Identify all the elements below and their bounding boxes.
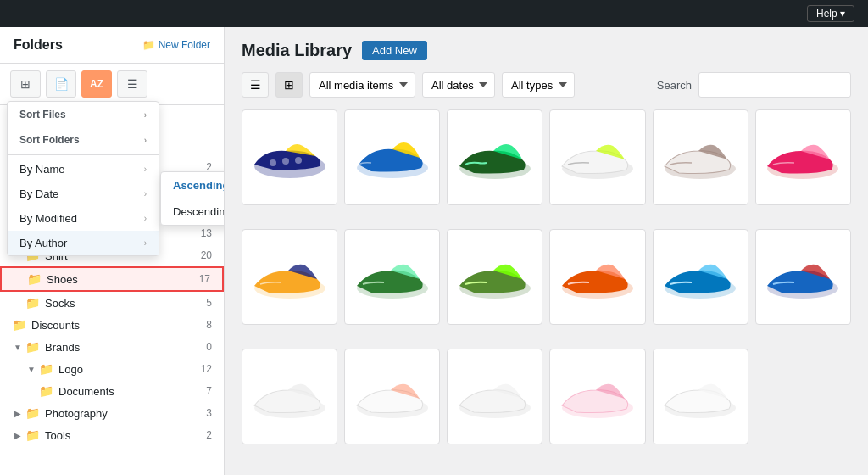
help-label: Help ▾ — [816, 8, 845, 20]
photography-count: 3 — [206, 407, 212, 419]
tools-icon: 📁 — [25, 428, 40, 442]
app-container: Help ▾ Folders 📁 New Folder ⊞ 📄 A — [0, 0, 868, 475]
list-view-button[interactable]: ☰ — [242, 72, 269, 98]
more-icon: ☰ — [127, 77, 138, 91]
sort-files-label: Sort Files — [19, 109, 66, 120]
media-item[interactable] — [653, 109, 748, 205]
by-name-chevron: › — [144, 165, 147, 174]
media-item[interactable] — [447, 349, 542, 444]
help-button[interactable]: Help ▾ — [807, 5, 854, 22]
sidebar-item-logo[interactable]: ▼ 📁 Logo 12 — [0, 358, 224, 380]
photography-label: Photography — [45, 407, 108, 420]
by-author-option[interactable]: By Author › — [8, 231, 159, 255]
media-item[interactable] — [344, 109, 440, 205]
add-new-button[interactable]: Add New — [362, 41, 427, 60]
socks-icon: 📁 — [25, 296, 40, 310]
by-modified-label: By Modified — [19, 212, 77, 225]
by-date-option[interactable]: By Date › — [8, 182, 159, 206]
discounts-icon: 📁 — [12, 318, 26, 332]
descending-option[interactable]: Descending — [161, 198, 225, 225]
grid-view-icon: ⊞ — [284, 78, 294, 92]
photography-icon: 📁 — [25, 406, 40, 420]
type-filter[interactable]: All types — [502, 72, 575, 98]
brands-label: Brands — [45, 341, 80, 354]
shoes-icon: 📁 — [27, 272, 42, 286]
date-filter[interactable]: All dates — [422, 72, 495, 98]
brands-toggle[interactable]: ▼ — [12, 341, 24, 353]
by-modified-chevron: › — [144, 214, 147, 223]
media-item[interactable] — [447, 109, 542, 205]
socks-count: 5 — [206, 297, 212, 309]
copy-button[interactable]: ⊞ — [10, 70, 41, 98]
sort-folders-option[interactable]: Sort Folders › — [8, 127, 159, 153]
shirt-count: 20 — [201, 249, 212, 261]
sort-button[interactable]: AZ — [81, 70, 112, 98]
media-item[interactable] — [447, 229, 542, 325]
media-item[interactable] — [755, 109, 851, 205]
media-item[interactable] — [755, 229, 851, 325]
media-item[interactable] — [242, 109, 337, 205]
content-area: Media Library Add New ☰ ⊞ All media item… — [225, 27, 868, 475]
media-item[interactable] — [549, 349, 645, 444]
media-item[interactable] — [344, 349, 440, 444]
media-items-filter[interactable]: All media items Images — [309, 72, 415, 98]
page-title: Media Library — [242, 41, 352, 60]
logo-count: 12 — [201, 363, 212, 375]
shoes-label: Shoes — [47, 273, 78, 286]
sidebar-item-brands[interactable]: ▼ 📁 Brands 0 — [0, 336, 224, 358]
sort-dropdown: Sort Files › Sort Folders › By Name › By… — [7, 101, 159, 256]
more-button[interactable]: ☰ — [117, 70, 147, 98]
sidebar-item-photography[interactable]: ▶ 📁 Photography 3 — [0, 402, 224, 424]
svg-point-2 — [282, 158, 289, 165]
by-name-label: By Name — [19, 163, 64, 176]
by-author-chevron: › — [144, 238, 147, 248]
grid-view-button[interactable]: ⊞ — [275, 72, 303, 98]
discounts-count: 8 — [206, 319, 212, 331]
media-item[interactable] — [344, 229, 440, 325]
sidebar-header: Folders 📁 New Folder — [0, 27, 224, 64]
sidebar-item-socks[interactable]: 📁 Socks 5 — [0, 292, 224, 314]
ascending-option[interactable]: Ascending — [161, 172, 225, 198]
media-item[interactable] — [653, 229, 748, 325]
by-date-label: By Date — [19, 187, 58, 200]
content-toolbar: ☰ ⊞ All media items Images All dates All… — [242, 72, 851, 98]
new-folder-button[interactable]: 📁 New Folder — [142, 39, 210, 51]
shoes-count: 17 — [199, 273, 210, 285]
sort-files-option[interactable]: Sort Files › — [8, 102, 159, 127]
logo-toggle[interactable]: ▼ — [25, 363, 37, 375]
tools-toggle[interactable]: ▶ — [12, 429, 24, 441]
brands-count: 0 — [206, 341, 212, 353]
top-bar: Help ▾ — [0, 0, 868, 27]
content-header: Media Library Add New — [242, 41, 851, 60]
photography-toggle[interactable]: ▶ — [12, 407, 24, 419]
media-item[interactable] — [242, 349, 337, 444]
by-modified-option[interactable]: By Modified › — [8, 206, 159, 231]
sidebar-item-documents[interactable]: 📁 Documents 7 — [0, 380, 224, 402]
search-input[interactable] — [698, 72, 851, 98]
media-item[interactable] — [549, 229, 645, 325]
documents-icon: 📁 — [39, 384, 53, 398]
sidebar-title: Folders — [14, 37, 63, 53]
sidebar-item-discounts[interactable]: 📁 Discounts 8 — [0, 314, 224, 336]
sidebar-item-tools[interactable]: ▶ 📁 Tools 2 — [0, 424, 224, 446]
list-view-icon: ☰ — [250, 78, 261, 92]
sidebar-toolbar: ⊞ 📄 AZ ☰ Sort Files › — [0, 64, 224, 105]
svg-point-1 — [270, 159, 276, 166]
svg-point-3 — [295, 157, 302, 164]
tools-count: 2 — [206, 429, 212, 441]
sidebar-item-shoes[interactable]: 📁 Shoes 17 — [0, 266, 224, 292]
media-item[interactable] — [653, 349, 748, 444]
documents-count: 7 — [206, 385, 212, 397]
by-name-option[interactable]: By Name › — [8, 157, 159, 182]
sort-files-chevron: › — [144, 110, 147, 120]
file-button[interactable]: 📄 — [46, 70, 76, 98]
media-item[interactable] — [549, 109, 645, 205]
media-item[interactable] — [242, 229, 337, 325]
main-area: Folders 📁 New Folder ⊞ 📄 AZ ☰ — [0, 27, 868, 475]
by-date-chevron: › — [144, 189, 147, 198]
hat-count: 13 — [201, 227, 212, 239]
ascending-label: Ascending — [173, 179, 225, 192]
file-icon: 📄 — [54, 77, 69, 91]
documents-label: Documents — [58, 385, 114, 398]
new-folder-label: New Folder — [159, 39, 210, 51]
